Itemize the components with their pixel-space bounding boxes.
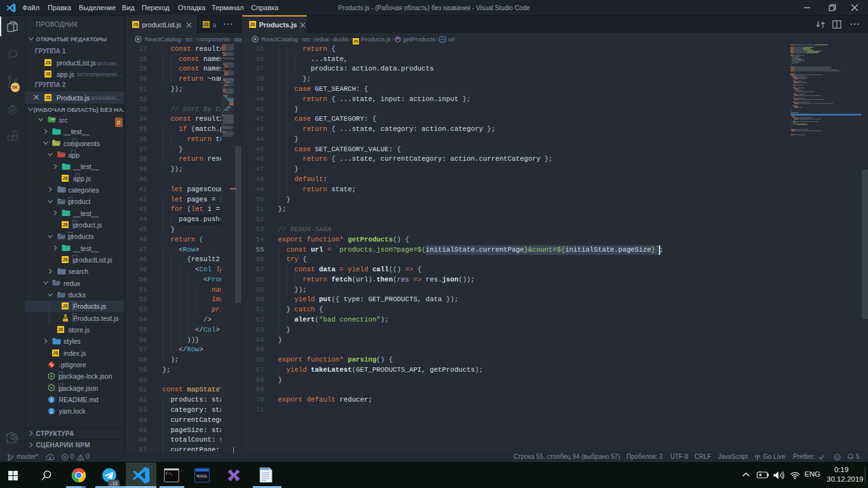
svg-text:C:\_: C:\_: [166, 472, 174, 476]
svg-text:MySQL: MySQL: [196, 474, 207, 478]
